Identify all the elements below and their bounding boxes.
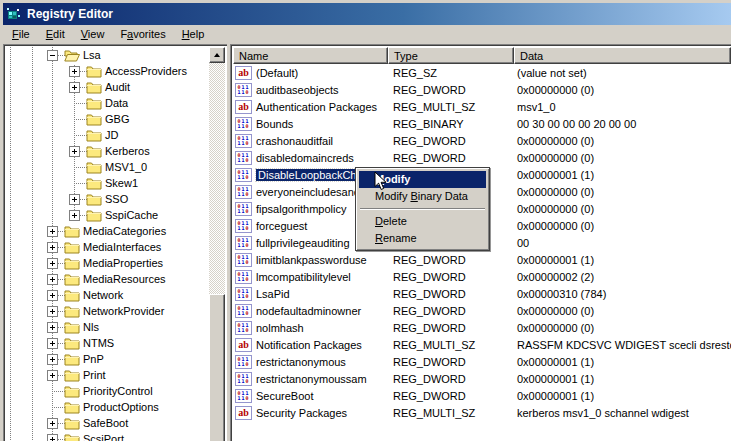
tree-item-label[interactable]: MediaCategories [83,225,166,237]
tree-item-label[interactable]: SafeBoot [83,417,128,429]
expand-plus-icon[interactable] [47,338,58,349]
value-row-crashonauditfail[interactable]: 011110crashonauditfailREG_DWORD0x0000000… [233,132,731,149]
value-name[interactable]: fullprivilegeauditing [256,237,350,249]
value-row-authentication-packages[interactable]: abAuthentication PackagesREG_MULTI_SZmsv… [233,98,731,115]
tree-item-label[interactable]: NTMS [83,337,114,349]
value-row-restrictanonymous[interactable]: 011110restrictanonymousREG_DWORD0x000000… [233,353,731,370]
value-row-secureboot[interactable]: 011110SecureBootREG_DWORD0x00000001 (1) [233,387,731,404]
value-row-lsapid[interactable]: 011110LsaPidREG_DWORD0x00000310 (784) [233,285,731,302]
tree-item-label[interactable]: Audit [105,81,130,93]
value-name-cell[interactable]: 011110nodefaultadminowner [233,304,388,318]
value-name-cell[interactable]: ab(Default) [233,66,388,80]
expand-plus-icon[interactable] [69,210,80,221]
value-name-cell[interactable]: 011110SecureBoot [233,389,388,403]
expand-plus-icon[interactable] [47,418,58,429]
value-name-cell[interactable]: 011110limitblankpassworduse [233,253,388,267]
tree-item-jd[interactable]: JD [6,127,209,143]
value-name[interactable]: nolmhash [256,322,304,334]
tree-item-label[interactable]: Network [83,289,123,301]
tree-item-label[interactable]: JD [105,129,118,141]
tree-item-label[interactable]: Kerberos [105,145,150,157]
value-row--default-[interactable]: ab(Default)REG_SZ(value not set) [233,64,731,81]
value-name[interactable]: nodefaultadminowner [256,305,361,317]
value-name[interactable]: Authentication Packages [256,101,377,113]
menu-edit[interactable]: Edit [38,26,73,43]
scrollbar-thumb[interactable] [209,294,225,441]
expand-plus-icon[interactable] [47,434,58,441]
value-row-nolmhash[interactable]: 011110nolmhashREG_DWORD0x00000000 (0) [233,319,731,336]
value-name[interactable]: (Default) [256,67,298,79]
value-name[interactable]: forceguest [256,220,307,232]
tree-item-network[interactable]: Network [6,287,209,303]
tree-item-label[interactable]: MediaProperties [83,257,163,269]
value-name[interactable]: LsaPid [256,288,290,300]
value-name-cell[interactable]: 011110disabledomaincreds [233,151,388,165]
tree-item-label[interactable]: Print [83,369,106,381]
tree-item-kerberos[interactable]: Kerberos [6,143,209,159]
expand-plus-icon[interactable] [69,194,80,205]
value-name[interactable]: Security Packages [256,407,347,419]
value-name-cell[interactable]: 011110nolmhash [233,321,388,335]
value-row-limitblankpassworduse[interactable]: 011110limitblankpassworduseREG_DWORD0x00… [233,251,731,268]
tree-item-mediaproperties[interactable]: MediaProperties [6,255,209,271]
column-header-name[interactable]: Name [233,47,388,64]
tree-item-accessproviders[interactable]: AccessProviders [6,63,209,79]
tree-item-label[interactable]: MSV1_0 [105,161,147,173]
collapse-minus-icon[interactable] [47,50,58,61]
value-name-cell[interactable]: 011110Bounds [233,117,388,131]
tree-item-label[interactable]: NetworkProvider [83,305,164,317]
tree-item-label[interactable]: Lsa [83,49,101,61]
value-name[interactable]: lmcompatibilitylevel [256,271,351,283]
tree-item-label[interactable]: Data [105,97,128,109]
tree-item-label[interactable]: ProductOptions [83,401,159,413]
tree-item-label[interactable]: MediaInterfaces [83,241,161,253]
value-row-disabledomaincreds[interactable]: 011110disabledomaincredsREG_DWORD0x00000… [233,149,731,166]
tree-item-print[interactable]: Print [6,367,209,383]
expand-plus-icon[interactable] [47,354,58,365]
value-name[interactable]: limitblankpassworduse [256,254,367,266]
expand-plus-icon[interactable] [47,242,58,253]
tree-item-sspicache[interactable]: SspiCache [6,207,209,223]
tree-item-gbg[interactable]: GBG [6,111,209,127]
tree-item-scsiport[interactable]: ScsiPort [6,431,209,441]
tree-item-mediaresources[interactable]: MediaResources [6,271,209,287]
value-name-cell[interactable]: 011110restrictanonymous [233,355,388,369]
tree-item-data[interactable]: Data [6,95,209,111]
expand-plus-icon[interactable] [47,226,58,237]
tree-item-networkprovider[interactable]: NetworkProvider [6,303,209,319]
value-row-lmcompatibilitylevel[interactable]: 011110lmcompatibilitylevelREG_DWORD0x000… [233,268,731,285]
tree-item-mediacategories[interactable]: MediaCategories [6,223,209,239]
tree-item-label[interactable]: SSO [105,193,128,205]
context-menu-rename[interactable]: Rename [359,230,486,247]
tree-item-nls[interactable]: Nls [6,319,209,335]
value-name[interactable]: restrictanonymoussam [256,373,367,385]
value-name[interactable]: Notification Packages [256,339,362,351]
value-row-security-packages[interactable]: abSecurity PackagesREG_MULTI_SZkerberos … [233,404,731,421]
tree-item-pnp[interactable]: PnP [6,351,209,367]
tree-item-audit[interactable]: Audit [6,79,209,95]
column-header-data[interactable]: Data [514,47,731,64]
value-name[interactable]: Bounds [256,118,293,130]
expand-plus-icon[interactable] [69,66,80,77]
value-name-cell[interactable]: 011110LsaPid [233,287,388,301]
tree-item-label[interactable]: Nls [83,321,99,333]
tree-item-label[interactable]: PriorityControl [83,385,153,397]
tree-item-label[interactable]: ScsiPort [83,433,124,441]
expand-plus-icon[interactable] [47,370,58,381]
tree-item-sso[interactable]: SSO [6,191,209,207]
scroll-up-button[interactable] [209,47,225,63]
value-name[interactable]: restrictanonymous [256,356,346,368]
value-name[interactable]: fipsalgorithmpolicy [256,203,346,215]
value-name[interactable]: SecureBoot [256,390,313,402]
tree-item-label[interactable]: GBG [105,113,129,125]
value-name[interactable]: disabledomaincreds [256,152,354,164]
tree-scrollbar[interactable] [209,47,225,441]
value-row-nodefaultadminowner[interactable]: 011110nodefaultadminownerREG_DWORD0x0000… [233,302,731,319]
tree-item-mediainterfaces[interactable]: MediaInterfaces [6,239,209,255]
menu-help[interactable]: Help [174,26,213,43]
menu-favorites[interactable]: Favorites [112,26,173,43]
tree-item-label[interactable]: SspiCache [105,209,158,221]
title-bar[interactable]: Registry Editor [3,3,731,25]
value-row-restrictanonymoussam[interactable]: 011110restrictanonymoussamREG_DWORD0x000… [233,370,731,387]
tree-item-msv1_0[interactable]: MSV1_0 [6,159,209,175]
